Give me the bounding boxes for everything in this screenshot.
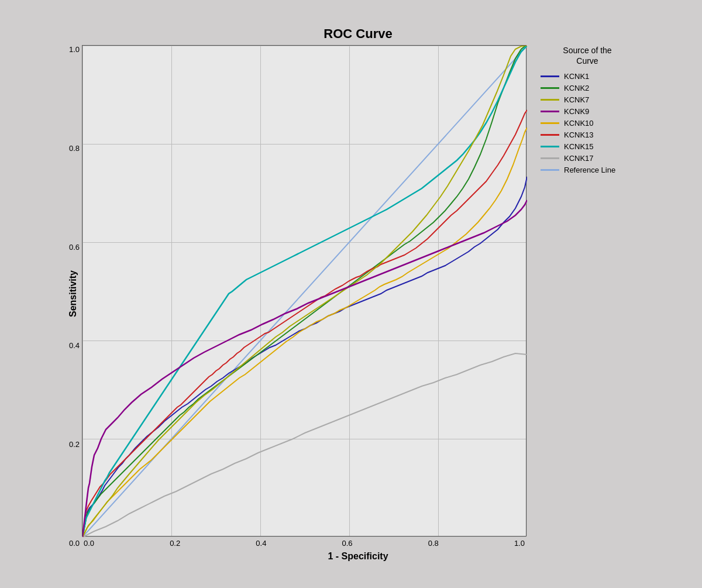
y-tick-04: 0.4 — [60, 341, 80, 350]
legend-item-kcnk1: KCNK1 — [541, 72, 634, 81]
reference-line — [82, 46, 527, 537]
legend-item-kcnk10: KCNK10 — [541, 119, 634, 128]
chart-container: Sensitivity ROC Curve 1.0 0.8 0.6 0.4 0.… — [6, 6, 696, 582]
x-tick-08: 0.8 — [422, 539, 445, 548]
legend-label-kcnk1: KCNK1 — [564, 72, 589, 81]
y-tick-10: 1.0 — [60, 45, 80, 54]
y-tick-06: 0.6 — [60, 243, 80, 252]
chart-and-x: ROC Curve 1.0 0.8 0.6 0.4 0.2 0.0 — [82, 26, 634, 562]
x-axis-labels: 0.0 0.2 0.4 0.6 0.8 1.0 — [82, 539, 526, 548]
legend-label-kcnk15: KCNK15 — [564, 142, 594, 151]
legend-line-kcnk1 — [541, 75, 559, 77]
legend-label-reference: Reference Line — [564, 166, 615, 174]
legend-label-kcnk17: KCNK17 — [564, 154, 594, 163]
roc-svg — [82, 46, 527, 537]
chart-title: ROC Curve — [324, 26, 392, 42]
legend-item-kcnk2: KCNK2 — [541, 84, 634, 92]
legend-line-kcnk17 — [541, 157, 559, 159]
legend: Source of theCurve KCNK1 KCNK2 KCNK7 — [541, 45, 634, 177]
y-tick-02: 0.2 — [60, 440, 80, 449]
y-axis-labels: 1.0 0.8 0.6 0.4 0.2 0.0 — [60, 45, 80, 548]
legend-title: Source of theCurve — [541, 45, 634, 66]
legend-line-reference — [541, 169, 559, 171]
legend-label-kcnk10: KCNK10 — [564, 119, 594, 128]
legend-line-kcnk13 — [541, 134, 559, 136]
legend-label-kcnk9: KCNK9 — [564, 107, 589, 116]
legend-item-kcnk7: KCNK7 — [541, 95, 634, 104]
legend-line-kcnk15 — [541, 146, 559, 147]
legend-item-kcnk9: KCNK9 — [541, 107, 634, 116]
x-tick-02: 0.2 — [163, 539, 187, 548]
legend-line-kcnk10 — [541, 122, 559, 124]
legend-line-kcnk9 — [541, 111, 559, 112]
kcnk1-curve — [82, 177, 527, 537]
legend-line-kcnk7 — [541, 99, 559, 101]
x-tick-04: 0.4 — [249, 539, 273, 548]
legend-label-kcnk2: KCNK2 — [564, 84, 589, 92]
kcnk13-curve — [82, 110, 527, 537]
x-tick-10: 1.0 — [508, 539, 531, 548]
plot-and-legend: 1.0 0.8 0.6 0.4 0.2 0.0 — [82, 45, 634, 548]
legend-item-kcnk17: KCNK17 — [541, 154, 634, 163]
legend-label-kcnk7: KCNK7 — [564, 95, 589, 104]
plot-area — [82, 45, 526, 537]
kcnk10-curve — [82, 128, 527, 537]
legend-item-kcnk13: KCNK13 — [541, 130, 634, 139]
plot-area-wrapper: 1.0 0.8 0.6 0.4 0.2 0.0 — [82, 45, 526, 548]
y-tick-08: 0.8 — [60, 144, 80, 153]
legend-item-reference: Reference Line — [541, 166, 634, 174]
legend-label-kcnk13: KCNK13 — [564, 130, 594, 139]
x-axis-label: 1 - Specificity — [136, 551, 580, 562]
y-tick-00: 0.0 — [60, 539, 80, 548]
chart-inner: Sensitivity ROC Curve 1.0 0.8 0.6 0.4 0.… — [68, 26, 634, 562]
x-tick-06: 0.6 — [336, 539, 359, 548]
legend-line-kcnk2 — [541, 87, 559, 89]
x-tick-00: 0.0 — [77, 539, 101, 548]
legend-item-kcnk15: KCNK15 — [541, 142, 634, 151]
